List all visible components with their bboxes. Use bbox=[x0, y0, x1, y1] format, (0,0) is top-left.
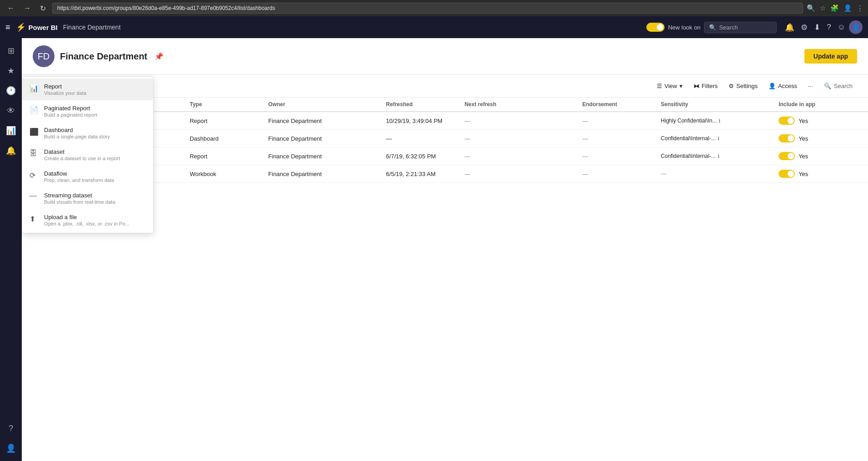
download-icon[interactable]: ⬇ bbox=[814, 23, 820, 32]
pbi-logo-icon: ⚡ bbox=[16, 22, 26, 32]
col-next-refresh: Next refresh bbox=[465, 101, 582, 108]
pbi-topnav: ≡ ⚡ Power BI Finance Department New look… bbox=[0, 16, 868, 38]
filters-label: Filters bbox=[702, 83, 718, 89]
sensitivity-text: Confidential\Internal-... bbox=[661, 153, 716, 159]
view-label: View bbox=[665, 83, 677, 89]
browser-profile-icon[interactable]: 👤 bbox=[843, 4, 852, 12]
menu-item-subtitle: Build a paginated report bbox=[44, 112, 97, 118]
sidebar: ⊞ ★ 🕐 👁 📊 🔔 ? 👤 bbox=[0, 38, 22, 461]
menu-item-icon: 📄 bbox=[30, 106, 39, 114]
menu-item-subtitle: Build a single-page data story bbox=[44, 134, 110, 139]
workspace-pin-icon[interactable]: 📌 bbox=[154, 52, 164, 61]
sidebar-create-icon[interactable]: 📊 bbox=[2, 122, 20, 140]
sensitivity-info-icon[interactable]: ℹ bbox=[718, 153, 719, 159]
dropdown-menu-item[interactable]: 〰 Streaming dataset Build visuals from r… bbox=[22, 187, 153, 209]
menu-item-text: Upload a file Open a .pbix, .rdl, .xlsx,… bbox=[44, 214, 129, 226]
settings-action[interactable]: ⚙ Settings bbox=[724, 80, 762, 92]
menu-item-title: Report bbox=[44, 83, 86, 90]
access-icon: 👤 bbox=[769, 83, 776, 89]
help-icon[interactable]: ? bbox=[827, 23, 831, 32]
new-dropdown-menu[interactable]: 📊 Report Visualize your data 📄 Paginated… bbox=[22, 76, 154, 233]
include-label: Yes bbox=[799, 171, 808, 177]
browser-back-btn[interactable]: ← bbox=[5, 3, 17, 13]
menu-item-icon: 〰 bbox=[30, 193, 39, 201]
user-avatar[interactable]: 👤 bbox=[849, 20, 863, 34]
view-action[interactable]: ☰ View ▾ bbox=[652, 80, 687, 92]
dropdown-menu-item[interactable]: ⟳ Dataflow Prep, clean, and transform da… bbox=[22, 166, 153, 187]
toolbar-search-icon: 🔍 bbox=[824, 83, 831, 89]
menu-item-title: Dataset bbox=[44, 148, 120, 155]
toolbar-search-label: Search bbox=[834, 83, 853, 89]
topnav-search-box[interactable]: 🔍 Search bbox=[704, 22, 777, 33]
dropdown-menu-item[interactable]: 📊 Report Visualize your data bbox=[22, 78, 153, 100]
sensitivity-text: Highly Confidential\In... bbox=[661, 118, 717, 124]
sensitivity-info-icon[interactable]: ℹ bbox=[719, 118, 720, 124]
menu-item-subtitle: Prep, clean, and transform data bbox=[44, 177, 114, 183]
sidebar-alerts-icon[interactable]: 🔔 bbox=[2, 142, 20, 160]
row-type: Workbook bbox=[190, 171, 268, 177]
workspace-avatar: FD bbox=[33, 45, 55, 67]
new-look-toggle[interactable]: New look on bbox=[646, 23, 701, 32]
menu-item-title: Streaming dataset bbox=[44, 192, 115, 199]
row-owner: Finance Department bbox=[268, 153, 386, 160]
more-action[interactable]: ··· bbox=[804, 80, 818, 92]
access-label: Access bbox=[778, 83, 797, 89]
settings-icon[interactable]: ⚙ bbox=[801, 23, 808, 32]
browser-bookmark-icon[interactable]: ☆ bbox=[820, 4, 826, 12]
notifications-icon[interactable]: 🔔 bbox=[785, 23, 794, 32]
browser-refresh-btn[interactable]: ↻ bbox=[37, 3, 49, 14]
col-sensitivity: Sensitivity bbox=[661, 101, 779, 108]
filters-icon: ⧓ bbox=[694, 83, 699, 89]
row-include: Yes bbox=[779, 117, 857, 125]
dropdown-menu-item[interactable]: 🗄 Dataset Create a dataset to use in a r… bbox=[22, 144, 153, 166]
include-toggle[interactable] bbox=[779, 170, 795, 178]
row-sensitivity: — bbox=[661, 171, 779, 177]
browser-bar: ← → ↻ 🔍 ☆ 🧩 👤 ⋮ bbox=[0, 0, 868, 16]
menu-item-icon: ⬆ bbox=[30, 215, 39, 223]
browser-url-input[interactable] bbox=[52, 3, 803, 14]
col-type: Type bbox=[190, 101, 268, 108]
include-label: Yes bbox=[799, 153, 808, 160]
dropdown-menu-item[interactable]: 📄 Paginated Report Build a paginated rep… bbox=[22, 100, 153, 122]
menu-item-subtitle: Visualize your data bbox=[44, 90, 86, 96]
workspace-title: Finance Department bbox=[60, 51, 147, 62]
sidebar-home-icon[interactable]: ⊞ bbox=[2, 42, 20, 60]
row-sensitivity: Highly Confidential\In...ℹ bbox=[661, 118, 779, 124]
feedback-icon[interactable]: ☺ bbox=[838, 23, 845, 32]
pbi-logo: ⚡ Power BI bbox=[16, 22, 58, 32]
dropdown-menu-item[interactable]: ⬛ Dashboard Build a single-page data sto… bbox=[22, 122, 153, 144]
new-look-label: New look on bbox=[668, 24, 701, 31]
menu-item-title: Upload a file bbox=[44, 214, 129, 221]
sidebar-explore-icon[interactable]: 👁 bbox=[2, 102, 20, 120]
row-endorsement: — bbox=[582, 153, 661, 160]
toolbar-search[interactable]: 🔍 Search bbox=[819, 80, 857, 92]
include-label: Yes bbox=[799, 118, 808, 124]
menu-item-icon: 📊 bbox=[30, 84, 39, 93]
sidebar-profile-icon[interactable]: 👤 bbox=[2, 439, 20, 457]
row-next-refresh: — bbox=[465, 153, 582, 160]
new-look-toggle-switch[interactable] bbox=[646, 23, 665, 32]
include-toggle[interactable] bbox=[779, 152, 795, 160]
menu-item-text: Report Visualize your data bbox=[44, 83, 86, 96]
sidebar-favorites-icon[interactable]: ★ bbox=[2, 62, 20, 80]
hamburger-menu-icon[interactable]: ≡ bbox=[5, 23, 10, 32]
row-owner: Finance Department bbox=[268, 171, 386, 177]
update-app-button[interactable]: Update app bbox=[804, 49, 857, 64]
filters-action[interactable]: ⧓ Filters bbox=[689, 80, 722, 92]
sidebar-recent-icon[interactable]: 🕐 bbox=[2, 82, 20, 100]
col-refreshed: Refreshed bbox=[386, 101, 465, 108]
include-toggle[interactable] bbox=[779, 117, 795, 125]
browser-menu-icon[interactable]: ⋮ bbox=[857, 4, 863, 12]
menu-item-title: Dashboard bbox=[44, 127, 110, 133]
include-toggle[interactable] bbox=[779, 134, 795, 142]
browser-extension-icon[interactable]: 🧩 bbox=[830, 4, 839, 12]
dropdown-menu-item[interactable]: ⬆ Upload a file Open a .pbix, .rdl, .xls… bbox=[22, 209, 153, 231]
access-action[interactable]: 👤 Access bbox=[764, 80, 802, 92]
browser-forward-btn[interactable]: → bbox=[21, 3, 34, 13]
sidebar-learn-icon[interactable]: ? bbox=[2, 419, 20, 437]
row-sensitivity: Confidential\Internal-...ℹ bbox=[661, 153, 779, 159]
row-endorsement: — bbox=[582, 171, 661, 177]
row-include: Yes bbox=[779, 170, 857, 178]
sensitivity-info-icon[interactable]: ℹ bbox=[718, 136, 719, 142]
menu-item-text: Dataset Create a dataset to use in a rep… bbox=[44, 148, 120, 161]
